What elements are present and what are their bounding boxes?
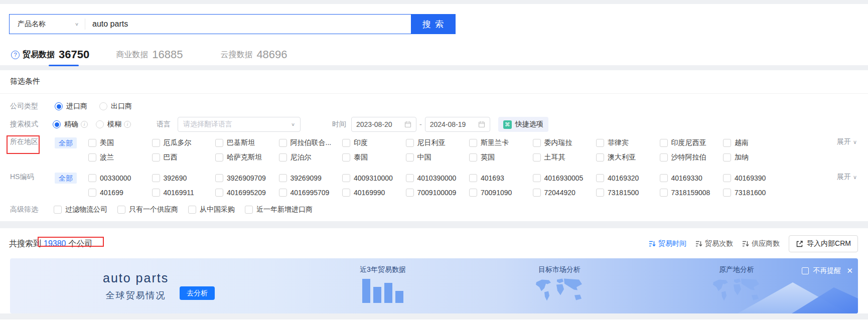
checkbox-icon[interactable] [723, 139, 731, 147]
tab-cloud-search-data[interactable]: 云搜数据 48696 [217, 47, 287, 62]
checkbox-icon[interactable] [279, 153, 287, 162]
sort-trade-time[interactable]: 贸易时间 [649, 239, 686, 248]
region-checkbox-option[interactable]: 沙特阿拉伯 [660, 152, 724, 163]
checkbox-icon[interactable] [188, 206, 196, 214]
region-checkbox-option[interactable]: 印度 [342, 137, 406, 148]
checkbox-icon[interactable] [533, 174, 541, 182]
checkbox-icon[interactable] [469, 174, 477, 182]
radio-icon[interactable] [99, 102, 107, 110]
region-checkbox-option[interactable]: 菲律宾 [596, 137, 660, 148]
checkbox-icon[interactable] [215, 174, 223, 182]
checkbox-icon[interactable] [723, 174, 731, 182]
checkbox-icon[interactable] [533, 139, 541, 147]
region-checkbox-option[interactable]: 巴西 [152, 152, 216, 163]
checkbox-icon[interactable] [88, 139, 96, 147]
analyze-button[interactable]: 去分析 [180, 286, 215, 300]
checkbox-icon[interactable] [88, 153, 96, 162]
radio-exact[interactable]: 精确 i [53, 120, 88, 129]
hs-checkbox-option[interactable]: 4009310000 [342, 173, 406, 184]
region-checkbox-option[interactable]: 厄瓜多尔 [152, 137, 216, 148]
checkbox-icon[interactable] [660, 139, 668, 147]
checkbox-icon[interactable] [406, 174, 414, 182]
region-checkbox-option[interactable]: 波兰 [88, 152, 152, 163]
checkbox-icon[interactable] [469, 153, 477, 162]
radio-icon[interactable] [96, 120, 104, 128]
radio-selected-icon[interactable] [53, 120, 61, 128]
region-checkbox-option[interactable]: 美国 [88, 137, 152, 148]
region-expand-link[interactable]: 展开 ∨ [837, 137, 858, 146]
hs-checkbox-option[interactable]: 4010390000 [406, 173, 470, 184]
close-icon[interactable]: ✕ [846, 266, 853, 275]
region-checkbox-option[interactable]: 土耳其 [533, 152, 597, 163]
hs-checkbox-option[interactable]: 73181500 [596, 187, 660, 198]
search-button[interactable]: 搜 索 [411, 14, 456, 34]
checkbox-icon[interactable] [245, 206, 253, 214]
radio-exporter[interactable]: 出口商 [99, 102, 132, 111]
region-all-chip[interactable]: 全部 [55, 137, 77, 148]
region-checkbox-option[interactable]: 泰国 [342, 152, 406, 163]
hs-checkbox-option[interactable]: 401693 [469, 173, 533, 184]
sort-trade-count[interactable]: 贸易次数 [695, 239, 733, 248]
checkbox-icon[interactable] [152, 139, 160, 147]
checkbox-icon[interactable] [342, 153, 350, 162]
checkbox-icon[interactable] [533, 153, 541, 162]
checkbox-icon[interactable] [723, 189, 731, 197]
hs-checkbox-option[interactable]: 40169990 [342, 187, 406, 198]
checkbox-icon[interactable] [469, 139, 477, 147]
checkbox-icon[interactable] [723, 153, 731, 162]
checkbox-icon[interactable] [152, 174, 160, 182]
search-category-select[interactable]: 产品名称 ∨ [10, 15, 85, 34]
search-input[interactable] [85, 20, 411, 29]
checkbox-icon[interactable] [215, 189, 223, 197]
region-checkbox-option[interactable]: 澳大利亚 [596, 152, 660, 163]
hs-checkbox-option[interactable]: 4016995709 [279, 187, 343, 198]
import-crm-button[interactable]: 导入内部CRM [789, 235, 858, 252]
checkbox-icon[interactable] [660, 189, 668, 197]
checkbox-icon[interactable] [279, 189, 287, 197]
checkbox-icon[interactable] [406, 139, 414, 147]
radio-importer[interactable]: 进口商 [55, 102, 87, 111]
hs-checkbox-option[interactable]: 4016995209 [215, 187, 279, 198]
checkbox-icon[interactable] [596, 153, 604, 162]
help-icon[interactable]: ? [11, 51, 20, 59]
checkbox-icon[interactable] [88, 174, 96, 182]
region-checkbox-option[interactable]: 阿拉伯联合... [279, 137, 343, 148]
hs-checkbox-option[interactable]: 40169911 [152, 187, 216, 198]
checkbox-icon[interactable] [88, 189, 96, 197]
region-checkbox-option[interactable]: 中国 [406, 152, 470, 163]
hs-checkbox-option[interactable]: 40169330 [660, 173, 724, 184]
radio-fuzzy[interactable]: 模糊 i [96, 120, 131, 129]
checkbox-icon[interactable] [342, 174, 350, 182]
region-checkbox-option[interactable]: 印度尼西亚 [660, 137, 724, 148]
language-select[interactable]: 请选择翻译语言 ∨ [178, 117, 301, 132]
hs-checkbox-option[interactable]: 70091090 [469, 187, 533, 198]
checkbox-icon[interactable] [660, 153, 668, 162]
info-icon[interactable]: i [81, 121, 88, 128]
checkbox-icon[interactable] [279, 139, 287, 147]
checkbox-icon[interactable] [406, 153, 414, 162]
region-checkbox-option[interactable]: 尼日利亚 [406, 137, 470, 148]
checkbox-icon[interactable] [406, 189, 414, 197]
checkbox-icon[interactable] [152, 189, 160, 197]
checkbox-icon[interactable] [469, 189, 477, 197]
tab-trade-data[interactable]: ? 贸易数据 36750 [11, 47, 89, 62]
radio-selected-icon[interactable] [55, 102, 63, 110]
tab-business-data[interactable]: 商业数据 16885 [113, 47, 183, 62]
checkbox-icon[interactable] [596, 189, 604, 197]
hs-checkbox-option[interactable]: 3926909709 [215, 173, 279, 184]
hs-all-chip[interactable]: 全部 [55, 173, 77, 184]
region-checkbox-option[interactable]: 巴基斯坦 [215, 137, 279, 148]
dismiss-checkbox[interactable] [802, 267, 809, 274]
region-checkbox-option[interactable]: 委内瑞拉 [533, 137, 597, 148]
sort-supplier-count[interactable]: 供应商数 [742, 239, 780, 248]
region-checkbox-option[interactable]: 加纳 [723, 152, 787, 163]
quick-options-button[interactable]: ⌘ 快捷选项 [498, 117, 548, 132]
region-checkbox-option[interactable]: 英国 [469, 152, 533, 163]
hs-checkbox-option[interactable]: 73181600 [723, 187, 787, 198]
checkbox-icon[interactable] [342, 139, 350, 147]
hs-checkbox-option[interactable]: 39269099 [279, 173, 343, 184]
advanced-checkbox-option[interactable]: 过滤物流公司 [54, 205, 107, 214]
hs-checkbox-option[interactable]: 72044920 [533, 187, 597, 198]
hs-checkbox-option[interactable]: 7318159008 [660, 187, 724, 198]
hs-checkbox-option[interactable]: 401699 [88, 187, 152, 198]
